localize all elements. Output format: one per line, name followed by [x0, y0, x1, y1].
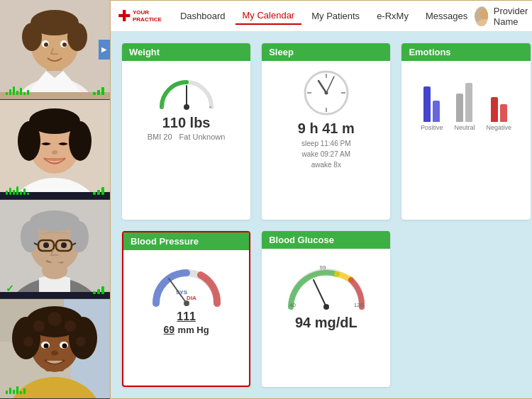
- negative-bar-group: Negative: [486, 97, 511, 131]
- nav-messages[interactable]: Messages: [419, 8, 475, 24]
- weight-card-header: Weight: [122, 43, 250, 61]
- weight-value: 110 lbs: [162, 115, 211, 131]
- svg-point-6: [22, 23, 42, 51]
- svg-text:DIA: DIA: [187, 295, 196, 301]
- negative-label: Negative: [486, 124, 511, 131]
- empty-cell: [401, 231, 530, 387]
- svg-point-7: [67, 23, 87, 51]
- nav-dashboard[interactable]: Dashboard: [173, 8, 233, 24]
- bp-dia-value: 69: [164, 324, 175, 335]
- audio-waveform-4: [6, 386, 26, 394]
- svg-point-50: [76, 337, 86, 347]
- avatar-image: [475, 6, 488, 26]
- svg-text:126: 126: [353, 302, 363, 308]
- svg-text:40: 40: [289, 302, 296, 308]
- sidebar-person-2[interactable]: [0, 100, 110, 200]
- svg-point-11: [62, 43, 67, 47]
- svg-point-74: [184, 300, 189, 306]
- svg-point-76: [323, 304, 329, 310]
- positive-bar-group: Positive: [421, 86, 443, 131]
- glucose-gauge: 40 99 126: [284, 259, 369, 312]
- nav-my-patients[interactable]: My Patients: [304, 8, 367, 24]
- weight-card[interactable]: Weight 110 lbs BMI 20: [122, 43, 250, 220]
- neutral-bar-group: Neutral: [454, 83, 475, 131]
- svg-point-55: [51, 351, 58, 356]
- svg-point-18: [18, 121, 40, 161]
- logo-cross-icon: ✚: [118, 7, 131, 26]
- emotions-card-body: Positive Neutral: [401, 61, 530, 153]
- svg-point-34: [43, 242, 49, 248]
- sidebar-person-1[interactable]: ▶: [0, 0, 110, 100]
- bp-card-header: Blood Pressure: [123, 232, 249, 250]
- svg-point-49: [23, 337, 33, 347]
- glucose-card-header: Blood Glucose: [262, 231, 390, 249]
- svg-point-54: [62, 344, 67, 349]
- svg-point-53: [44, 344, 49, 349]
- user-profile[interactable]: Provider Name: [475, 6, 532, 27]
- weight-gauge: [155, 73, 218, 112]
- glucose-value: 94 mg/dL: [295, 315, 358, 331]
- svg-point-60: [184, 104, 189, 110]
- bp-card-body: SYS DIA 111 69 mm Hg: [123, 250, 249, 343]
- nav-erxmy[interactable]: e-RxMy: [370, 8, 416, 24]
- sidebar-person-3[interactable]: ✓: [0, 200, 110, 300]
- main-content: ✚ YOUR PRACTICE Dashboard My Calendar My…: [110, 0, 532, 399]
- emotions-bars: Positive Neutral: [421, 76, 511, 138]
- person-3-photo: [0, 200, 110, 292]
- signal-icon-3: [93, 286, 104, 294]
- positive-label: Positive: [421, 124, 443, 131]
- sleep-card-header: Sleep: [262, 43, 390, 61]
- emotions-card[interactable]: Emotions Positive: [401, 43, 530, 220]
- svg-point-19: [69, 121, 92, 161]
- nav-menu: Dashboard My Calendar My Patients e-RxMy…: [173, 7, 475, 25]
- signal-icon-1: [93, 87, 104, 95]
- glucose-card-body: 40 99 126 94 mg/dL: [262, 249, 390, 341]
- svg-point-70: [324, 91, 328, 95]
- svg-point-10: [44, 43, 48, 47]
- svg-line-75: [314, 280, 326, 307]
- sidebar-person-4[interactable]: [0, 299, 110, 399]
- top-navigation: ✚ YOUR PRACTICE Dashboard My Calendar My…: [111, 1, 532, 32]
- svg-point-48: [65, 320, 76, 332]
- blood-glucose-card[interactable]: Blood Glucose 40 99 12: [262, 231, 390, 387]
- svg-point-35: [61, 242, 67, 248]
- svg-text:99: 99: [319, 264, 326, 271]
- neutral-label: Neutral: [454, 124, 475, 131]
- audio-waveform-1: [6, 86, 29, 95]
- sleep-sub: sleep 11:46 PM wake 09:27 AM awake 8x: [301, 138, 351, 170]
- svg-point-47: [48, 312, 62, 326]
- svg-point-27: [21, 221, 39, 252]
- sleep-card-body: 9 h 41 m sleep 11:46 PM wake 09:27 AM aw…: [262, 61, 390, 177]
- audio-waveform-2: [6, 186, 29, 195]
- blood-pressure-card[interactable]: Blood Pressure SYS DIA 111: [122, 231, 250, 387]
- bp-values: 111 69 mm Hg: [164, 310, 209, 336]
- app-logo: ✚ YOUR PRACTICE: [118, 7, 162, 26]
- dashboard-grid: Weight 110 lbs BMI 20: [111, 32, 532, 398]
- sidebar: ▶: [0, 0, 110, 399]
- user-avatar: [475, 6, 488, 26]
- person-2-photo: [0, 100, 110, 192]
- weight-card-body: 110 lbs BMI 20 Fat Unknown: [122, 61, 250, 153]
- sleep-card[interactable]: Sleep 9 h 41 m sleep 11:46: [262, 43, 390, 220]
- user-name: Provider Name: [494, 6, 532, 27]
- svg-point-46: [33, 320, 45, 332]
- svg-point-28: [70, 221, 89, 252]
- sleep-value: 9 h 41 m: [298, 120, 355, 137]
- svg-point-36: [42, 262, 67, 279]
- emotions-card-header: Emotions: [401, 43, 530, 61]
- check-icon-3: ✓: [6, 283, 14, 294]
- person-1-photo: [0, 0, 110, 92]
- signal-icon-2: [93, 187, 104, 195]
- bp-sys-value: 111: [177, 310, 196, 322]
- bp-unit: mm Hg: [178, 325, 209, 335]
- sleep-clock: [301, 68, 351, 118]
- svg-point-20: [52, 150, 57, 154]
- nav-my-calendar[interactable]: My Calendar: [235, 7, 302, 25]
- logo-text: YOUR PRACTICE: [133, 9, 162, 23]
- weight-sub: BMI 20 Fat Unknown: [148, 133, 226, 141]
- person-4-photo: [0, 299, 110, 398]
- expand-button-1[interactable]: ▶: [99, 40, 110, 60]
- bp-gauge: SYS DIA: [148, 257, 226, 310]
